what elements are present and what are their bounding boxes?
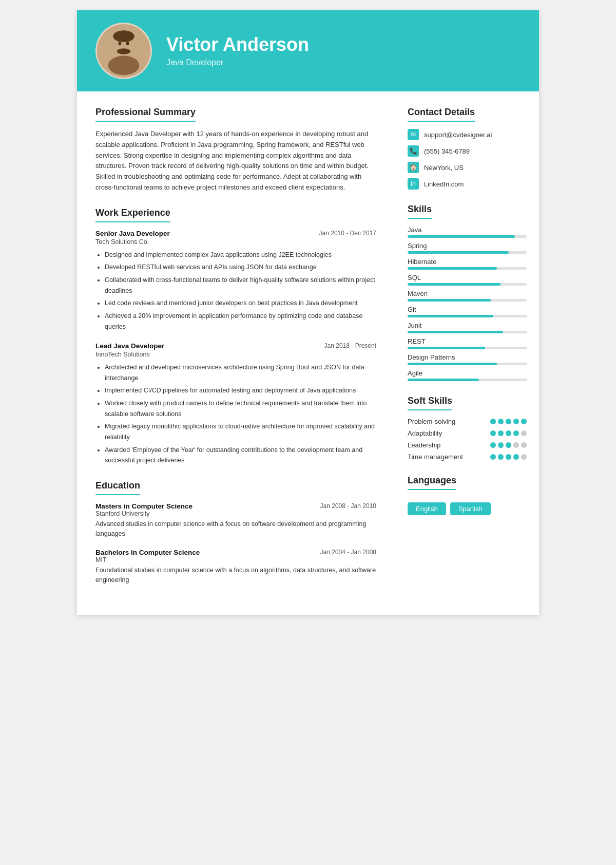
skill-item: Design Patterns [408, 353, 527, 365]
job-bullets: Architected and developed microservices … [95, 362, 376, 466]
skill-bar [408, 299, 527, 302]
soft-skill-item: Time management [408, 453, 527, 461]
soft-skills-list: Problem-solving Adaptability Leadership … [408, 418, 527, 461]
contact-value: support@cvdesigner.ai [424, 131, 492, 139]
dot-filled [490, 442, 496, 448]
soft-skill-name: Time management [408, 453, 463, 461]
edu-school: Stanford University [95, 510, 376, 517]
job-company: Tech Solutions Co. [95, 238, 376, 246]
svg-point-3 [113, 30, 134, 42]
header: Victor Anderson Java Developer [77, 10, 539, 91]
skill-name: Spring [408, 242, 527, 250]
dot-empty [521, 430, 527, 436]
body: Professional Summary Experienced Java De… [77, 91, 539, 615]
skill-name: Junit [408, 322, 527, 329]
contact-value: NewYork, US [424, 164, 464, 172]
dot-filled [506, 419, 511, 424]
languages-section: Languages EnglishSpanish [408, 475, 527, 515]
contact-title: Contact Details [408, 107, 475, 122]
skill-item: Maven [408, 290, 527, 302]
dot-filled [506, 430, 511, 436]
main-column: Professional Summary Experienced Java De… [77, 91, 395, 615]
job-header: Lead Java Developer Jan 2018 - Present [95, 342, 376, 350]
bullet: Collaborated with cross-functional teams… [105, 275, 376, 296]
skill-fill [408, 363, 497, 365]
skill-fill [408, 331, 503, 333]
education-item: Bachelors in Computer Science Jan 2004 -… [95, 549, 376, 586]
contact-icon: in [408, 178, 419, 190]
bullet: Designed and implemented complex Java ap… [105, 250, 376, 260]
bullet: Implemented CI/CD pipelines for automate… [105, 385, 376, 396]
header-title: Java Developer [166, 58, 309, 67]
skill-fill [408, 347, 485, 349]
dot-filled [506, 442, 511, 448]
svg-point-4 [119, 42, 122, 46]
skill-fill [408, 267, 497, 270]
dot-empty [521, 442, 527, 448]
job-item: Senior Java Developer Jan 2010 - Dec 201… [95, 230, 376, 332]
dot-filled [490, 454, 496, 460]
dot-empty [513, 442, 519, 448]
job-title: Lead Java Developer [95, 342, 164, 350]
skill-name: Hibernate [408, 258, 527, 266]
skill-item: Hibernate [408, 258, 527, 270]
jobs-list: Senior Java Developer Jan 2010 - Dec 201… [95, 230, 376, 466]
skill-item: Agile [408, 369, 527, 381]
skills-title: Skills [408, 204, 432, 219]
dot-filled [498, 442, 504, 448]
skill-fill [408, 379, 479, 381]
skill-fill [408, 235, 515, 238]
svg-point-6 [117, 48, 130, 54]
edu-header: Masters in Computer Science Jan 2008 - J… [95, 502, 376, 510]
contact-icon: ✉ [408, 129, 419, 140]
soft-skill-item: Problem-solving [408, 418, 527, 425]
skill-name: Git [408, 306, 527, 313]
dot-filled [521, 419, 527, 424]
job-bullets: Designed and implemented complex Java ap… [95, 250, 376, 332]
education-title: Education [95, 480, 140, 495]
language-tag: Spanish [450, 502, 491, 515]
soft-skill-dots [490, 419, 527, 424]
contact-value: (555) 345-6789 [424, 147, 470, 155]
edu-degree: Masters in Computer Science [95, 502, 192, 510]
contact-icon: 📞 [408, 145, 419, 157]
dot-filled [498, 430, 504, 436]
contact-item: 📞 (555) 345-6789 [408, 145, 527, 157]
resume: Victor Anderson Java Developer Professio… [77, 10, 539, 615]
edu-desc: Foundational studies in computer science… [95, 566, 376, 586]
side-column: Contact Details ✉ support@cvdesigner.ai … [395, 91, 539, 615]
skill-item: SQL [408, 274, 527, 286]
dot-filled [490, 419, 496, 424]
summary-section: Professional Summary Experienced Java De… [95, 107, 376, 193]
bullet: Migrated legacy monolithic applications … [105, 421, 376, 442]
soft-skill-dots [490, 454, 527, 460]
dot-filled [490, 430, 496, 436]
edu-school: MIT [95, 556, 376, 563]
skill-item: Junit [408, 322, 527, 333]
skill-bar [408, 235, 527, 238]
dot-filled [498, 454, 504, 460]
dot-filled [513, 454, 519, 460]
skill-bar [408, 379, 527, 381]
skill-item: REST [408, 337, 527, 349]
language-tag: English [408, 502, 446, 515]
work-section: Work Experience Senior Java Developer Ja… [95, 208, 376, 466]
svg-point-1 [108, 55, 140, 75]
dot-empty [521, 454, 527, 460]
avatar [95, 23, 152, 79]
skills-section: Skills Java Spring Hibernate SQL Maven G… [408, 204, 527, 381]
edu-date: Jan 2004 - Jan 2008 [320, 549, 376, 556]
soft-skill-name: Problem-solving [408, 418, 455, 425]
contact-item: ✉ support@cvdesigner.ai [408, 129, 527, 140]
contact-item: in LinkedIn.com [408, 178, 527, 190]
skill-bar [408, 315, 527, 317]
contact-list: ✉ support@cvdesigner.ai 📞 (555) 345-6789… [408, 129, 527, 190]
bullet: Awarded 'Employee of the Year' for outst… [105, 445, 376, 466]
skill-bar [408, 267, 527, 270]
summary-title: Professional Summary [95, 107, 196, 122]
soft-skill-dots [490, 442, 527, 448]
header-info: Victor Anderson Java Developer [166, 34, 309, 67]
skill-item: Spring [408, 242, 527, 254]
education-section: Education Masters in Computer Science Ja… [95, 480, 376, 586]
skill-bar [408, 283, 527, 286]
